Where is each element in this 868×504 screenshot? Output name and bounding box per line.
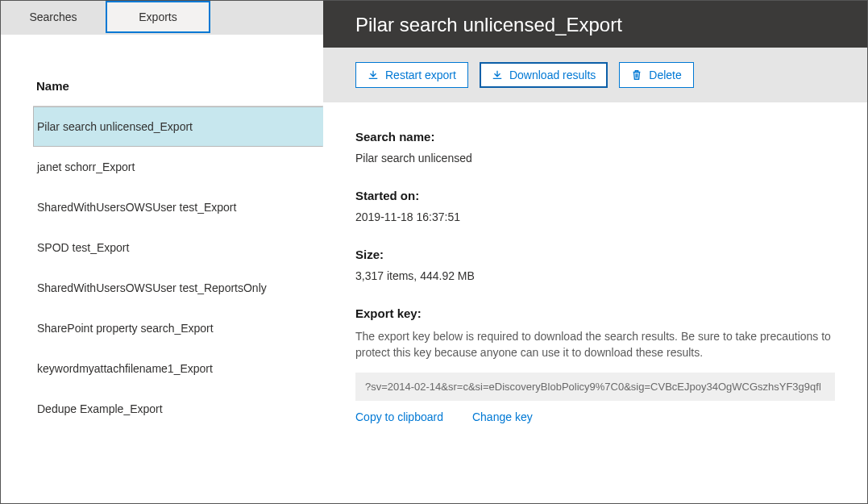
list-item[interactable]: keywordmyattachfilename1_Export [33, 348, 323, 389]
detail-panel: Pilar search unlicensed_Export Restart e… [323, 1, 867, 503]
left-panel: Searches Exports Name Pilar search unlic… [1, 1, 323, 503]
download-icon [368, 69, 379, 81]
download-icon [492, 69, 503, 81]
list-header-name: Name [1, 35, 323, 106]
list-item[interactable]: Pilar search unlicensed_Export [33, 106, 323, 147]
export-list: Pilar search unlicensed_Export janet sch… [1, 106, 323, 503]
detail-toolbar: Restart export Download results Delete [323, 48, 867, 102]
download-results-label: Download results [509, 69, 596, 81]
tab-filler [210, 1, 323, 34]
detail-title: Pilar search unlicensed_Export [323, 1, 867, 48]
tab-exports[interactable]: Exports [106, 1, 210, 33]
started-on-label: Started on: [355, 189, 835, 202]
list-item[interactable]: Dedupe Example_Export [33, 389, 323, 429]
download-results-button[interactable]: Download results [480, 62, 608, 88]
restart-export-button[interactable]: Restart export [355, 62, 468, 88]
tab-bar: Searches Exports [1, 1, 323, 35]
list-item[interactable]: SPOD test_Export [33, 227, 323, 268]
trash-icon [631, 69, 642, 81]
delete-label: Delete [649, 69, 681, 81]
size-value: 3,317 items, 444.92 MB [355, 269, 835, 282]
size-label: Size: [355, 248, 835, 261]
export-key-hint: The export key below is required to down… [355, 328, 835, 361]
delete-button[interactable]: Delete [619, 62, 693, 88]
export-key-value[interactable]: ?sv=2014-02-14&sr=c&si=eDiscoveryBlobPol… [355, 373, 835, 401]
tab-searches[interactable]: Searches [1, 1, 106, 33]
export-key-label: Export key: [355, 306, 835, 320]
change-key-link[interactable]: Change key [472, 410, 533, 423]
list-item[interactable]: SharedWithUsersOWSUser test_ReportsOnly [33, 268, 323, 308]
restart-export-label: Restart export [385, 69, 456, 81]
export-key-actions: Copy to clipboard Change key [355, 410, 835, 423]
list-item[interactable]: SharedWithUsersOWSUser test_Export [33, 187, 323, 227]
detail-body: Search name: Pilar search unlicensed Sta… [323, 102, 867, 503]
search-name-label: Search name: [355, 130, 835, 144]
search-name-value: Pilar search unlicensed [355, 152, 835, 165]
list-item[interactable]: janet schorr_Export [33, 147, 323, 187]
copy-to-clipboard-link[interactable]: Copy to clipboard [355, 410, 443, 423]
list-item[interactable]: SharePoint property search_Export [33, 308, 323, 348]
started-on-value: 2019-11-18 16:37:51 [355, 210, 835, 223]
